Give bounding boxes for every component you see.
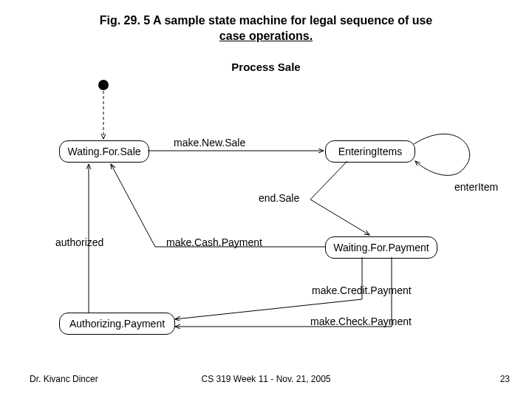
state-label: EnteringItems	[338, 146, 402, 157]
title-line2: case operations.	[219, 30, 313, 42]
label-end-sale: end.Sale	[259, 192, 299, 204]
footer-page: 23	[500, 374, 510, 384]
initial-state-icon	[98, 80, 109, 90]
state-label: Authorizing.Payment	[69, 318, 165, 330]
state-label: Wating.For.Sale	[67, 146, 140, 157]
figure-title: Fig. 29. 5 A sample state machine for le…	[0, 13, 532, 44]
label-make-cash-payment: make.Cash.Payment	[166, 236, 262, 248]
footer-course: CS 319 Week 11 - Nov. 21, 2005	[0, 374, 532, 384]
state-waiting-for-sale: Wating.For.Sale	[59, 140, 149, 163]
label-enter-item: enterItem	[454, 181, 498, 193]
state-entering-items: EnteringItems	[325, 140, 415, 163]
diagram-subtitle: Process Sale	[0, 61, 532, 73]
label-make-new-sale: make.New.Sale	[174, 137, 245, 149]
label-authorized: authorized	[55, 236, 103, 248]
state-authorizing-payment: Authorizing.Payment	[59, 313, 175, 335]
title-line1: Fig. 29. 5 A sample state machine for le…	[100, 14, 433, 27]
label-make-check-payment: make.Check.Payment	[310, 316, 412, 327]
state-waiting-for-payment: Waiting.For.Payment	[325, 236, 437, 259]
state-label: Waiting.For.Payment	[333, 242, 429, 253]
label-make-credit-payment: make.Credit.Payment	[312, 284, 412, 296]
